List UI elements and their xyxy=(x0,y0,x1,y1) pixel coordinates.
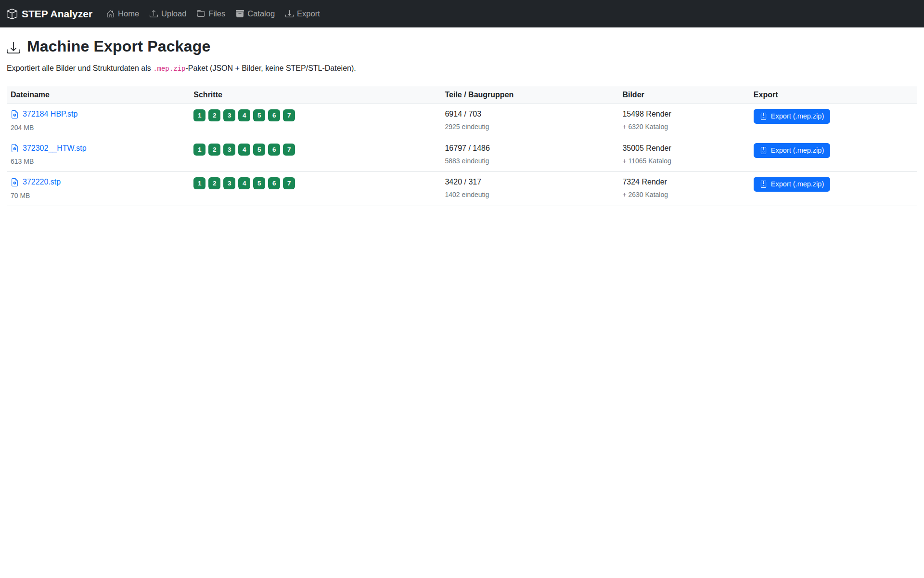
brand-link[interactable]: STEP Analyzer xyxy=(7,8,92,20)
table-row: 372184 HBP.stp 204 MB 1 2 3 4 5 6 7 xyxy=(7,104,917,138)
column-header-bilder: Bilder xyxy=(618,86,749,104)
brand-label: STEP Analyzer xyxy=(22,8,92,20)
zip-file-icon xyxy=(760,113,767,120)
column-header-teile-baugruppen: Teile / Baugruppen xyxy=(441,86,618,104)
table-header-row: Dateiname Schritte Teile / Baugruppen Bi… xyxy=(7,86,917,104)
upload-icon xyxy=(150,10,158,18)
file-link[interactable]: 372184 HBP.stp xyxy=(11,109,77,119)
parts-unique: 2925 eindeutig xyxy=(445,122,615,131)
step-badge: 4 xyxy=(238,144,250,156)
file-link[interactable]: 372220.stp xyxy=(11,177,61,187)
parts-count: 16797 / 1486 xyxy=(445,143,615,154)
file-size: 204 MB xyxy=(11,123,186,132)
parts-count: 3420 / 317 xyxy=(445,177,615,187)
page-title-text: Machine Export Package xyxy=(27,38,210,55)
folder-icon xyxy=(197,10,205,18)
description-text-before: Exportiert alle Bilder und Strukturdaten… xyxy=(7,64,153,72)
file-name: 372302__HTW.stp xyxy=(23,143,87,154)
zip-file-icon xyxy=(760,147,767,154)
export-table: Dateiname Schritte Teile / Baugruppen Bi… xyxy=(7,86,917,206)
step-badges: 1 2 3 4 5 6 7 xyxy=(193,143,437,156)
step-badge: 6 xyxy=(268,144,280,156)
step-badge: 7 xyxy=(283,144,295,156)
parts-unique: 5883 eindeutig xyxy=(445,157,615,165)
export-button-label: Export (.mep.zip) xyxy=(771,112,824,121)
export-button[interactable]: Export (.mep.zip) xyxy=(754,109,830,124)
step-badge: 7 xyxy=(283,109,295,121)
nav-item-catalog-label: Catalog xyxy=(247,9,275,18)
step-badge: 6 xyxy=(268,109,280,121)
step-badge: 5 xyxy=(253,144,265,156)
nav-item-catalog[interactable]: Catalog xyxy=(231,5,280,22)
step-badge: 7 xyxy=(283,177,295,189)
zip-file-icon xyxy=(760,181,767,188)
step-badge: 6 xyxy=(268,177,280,189)
export-button-label: Export (.mep.zip) xyxy=(771,146,824,155)
nav-item-files-label: Files xyxy=(208,9,225,18)
nav-item-upload[interactable]: Upload xyxy=(144,5,192,22)
code-mep-zip: .mep.zip xyxy=(153,65,185,73)
navbar: STEP Analyzer Home Upload Files Catalog … xyxy=(0,0,924,27)
page-description: Exportiert alle Bilder und Strukturdaten… xyxy=(7,64,917,73)
step-badge: 1 xyxy=(193,144,205,156)
file-size: 70 MB xyxy=(11,191,186,200)
nav-item-files[interactable]: Files xyxy=(192,5,231,22)
nav-item-export-label: Export xyxy=(297,9,320,18)
export-button[interactable]: Export (.mep.zip) xyxy=(754,177,830,192)
images-render-count: 7324 Render xyxy=(622,177,745,187)
file-earmark-icon xyxy=(11,144,19,152)
step-badge: 5 xyxy=(253,177,265,189)
images-catalog-count: + 6320 Katalog xyxy=(622,122,745,131)
column-header-schritte: Schritte xyxy=(190,86,441,104)
table-row: 372220.stp 70 MB 1 2 3 4 5 6 7 xyxy=(7,172,917,206)
step-badges: 1 2 3 4 5 6 7 xyxy=(193,109,437,121)
step-badges: 1 2 3 4 5 6 7 xyxy=(193,177,437,189)
step-badge: 2 xyxy=(208,109,220,121)
nav-item-home[interactable]: Home xyxy=(101,5,144,22)
parts-unique: 1402 eindeutig xyxy=(445,190,615,199)
nav-item-export[interactable]: Export xyxy=(280,5,325,22)
step-badge: 5 xyxy=(253,109,265,121)
column-header-dateiname: Dateiname xyxy=(7,86,190,104)
export-button[interactable]: Export (.mep.zip) xyxy=(754,143,830,158)
nav-item-upload-label: Upload xyxy=(161,9,186,18)
parts-count: 6914 / 703 xyxy=(445,109,615,119)
step-badge: 1 xyxy=(193,177,205,189)
step-badge: 2 xyxy=(208,177,220,189)
step-badge: 3 xyxy=(223,144,235,156)
table-row: 372302__HTW.stp 613 MB 1 2 3 4 5 6 7 xyxy=(7,138,917,172)
images-catalog-count: + 11065 Katalog xyxy=(622,157,745,165)
box-3d-icon xyxy=(7,9,17,19)
images-render-count: 15498 Render xyxy=(622,109,745,119)
step-badge: 4 xyxy=(238,177,250,189)
file-name: 372220.stp xyxy=(23,177,61,187)
column-header-export: Export xyxy=(750,86,917,104)
step-badge: 3 xyxy=(223,109,235,121)
file-link[interactable]: 372302__HTW.stp xyxy=(11,143,87,154)
main-content: Machine Export Package Exportiert alle B… xyxy=(0,38,924,206)
file-name: 372184 HBP.stp xyxy=(23,109,77,119)
description-text-after: -Paket (JSON + Bilder, keine STEP/STL-Da… xyxy=(185,64,356,72)
step-badge: 1 xyxy=(193,109,205,121)
file-size: 613 MB xyxy=(11,157,186,166)
step-badge: 4 xyxy=(238,109,250,121)
file-earmark-icon xyxy=(11,110,19,118)
images-catalog-count: + 2630 Katalog xyxy=(622,190,745,199)
page-title: Machine Export Package xyxy=(7,38,917,55)
nav-item-home-label: Home xyxy=(118,9,139,18)
home-icon xyxy=(106,10,115,18)
download-icon xyxy=(7,39,20,54)
step-badge: 2 xyxy=(208,144,220,156)
download-icon xyxy=(285,10,294,18)
file-earmark-icon xyxy=(11,178,19,186)
archive-icon xyxy=(236,10,244,18)
step-badge: 3 xyxy=(223,177,235,189)
images-render-count: 35005 Render xyxy=(622,143,745,154)
export-button-label: Export (.mep.zip) xyxy=(771,180,824,189)
